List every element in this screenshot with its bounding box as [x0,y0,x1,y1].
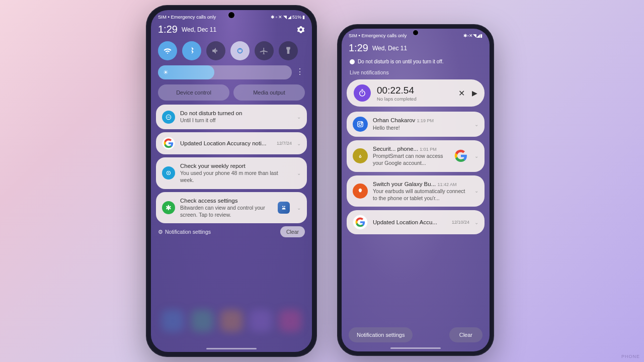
status-icons: ✱▫✕◥◢▮ [463,33,482,38]
notification-time: 12/7/24 [277,141,292,146]
dnd-dot-icon [350,59,355,64]
more-icon[interactable]: ⋮ [296,68,305,77]
clock-row: 1:29 Wed, Dec 11 [151,21,312,38]
brightness-slider[interactable]: ☀ [158,65,292,79]
status-icons: ✱ ▫ ✕ ◥ ◢ 51% ▮ [271,15,305,20]
notification-buds[interactable]: Switch your Galaxy Bu... 11:42 AM Your e… [347,175,485,207]
svg-point-7 [362,122,362,123]
home-indicator[interactable] [390,347,441,349]
clock-row: 1:29 Wed, Dec 11 [342,39,490,57]
notification-subtitle: Until I turn it off [180,117,292,124]
google-icon [454,149,467,162]
sound-toggle[interactable] [206,41,225,60]
airplane-toggle[interactable] [255,41,274,60]
control-pills: Device control Media output [151,83,312,105]
stopwatch-time: 00:22.54 [377,85,452,96]
play-icon[interactable]: ▶ [472,89,477,97]
clock-date: Wed, Dec 11 [182,26,216,33]
wellbeing-icon [162,166,175,179]
battery-icon: ▮ [302,15,305,20]
notification-title: Check access settings [180,197,273,204]
quick-toggles [151,38,312,64]
nfc-icon: ▫ [276,15,277,20]
chevron-down-icon[interactable]: ⌄ [297,170,301,176]
status-carrier: SIM • Emergency calls only [158,14,216,20]
dnd-banner[interactable]: Do not disturb is on until you turn it o… [342,57,490,67]
camera-hole [228,12,234,18]
android-system-icon: ✱ [162,201,175,214]
notification-message[interactable]: Orhan Chakarov 1:19 PM Hello there! ⌄ [347,112,485,137]
notification-title: Switch your Galaxy Bu... 11:42 AM [373,180,469,188]
status-carrier: SIM • Emergency calls only [349,33,407,38]
stopwatch-subtitle: No laps completed [377,96,452,102]
svg-point-3 [168,172,169,173]
chevron-down-icon[interactable]: ⌄ [474,153,478,159]
signal-icon: ◢ [288,15,291,20]
stopwatch-icon [354,84,371,102]
notification-time: 12/10/24 [452,220,469,225]
bottom-actions: ⚙ Notification settings Clear [151,223,312,238]
wifi-toggle[interactable] [158,41,177,60]
camera-hole [413,30,418,35]
chevron-down-icon[interactable]: ⌄ [474,122,478,127]
brightness-icon: ☀ [163,69,169,76]
clear-button[interactable]: Clear [280,226,305,237]
clock-time: 1:29 [158,24,178,35]
chevron-down-icon[interactable]: ⌄ [474,220,478,225]
notification-subtitle: PromptSmart can now access your Google a… [373,153,449,166]
clock-date: Wed, Dec 11 [372,45,407,52]
home-indicator[interactable] [206,348,257,349]
bluetooth-icon: ✱▫✕◥◢▮ [463,33,482,38]
screen-right: SIM • Emergency calls only ✱▫✕◥◢▮ 1:29 W… [342,29,490,351]
clear-button[interactable]: Clear [449,327,482,342]
notification-title: Do not disturb turned on [180,110,292,117]
notification-location[interactable]: Updated Location Accuracy noti... 12/7/2… [156,132,307,154]
bluetooth-icon: ✱ [271,15,275,20]
dnd-text: Do not disturb is on until you turn it o… [358,59,443,64]
google-icon [353,215,368,230]
notification-title: Check your weekly report [180,162,292,169]
notification-subtitle: Hello there! [373,125,469,132]
device-control-button[interactable]: Device control [158,84,229,101]
tips-icon [353,184,368,199]
gear-small-icon: ⚙ [158,229,163,235]
battery-percent: 51% [292,15,301,20]
app-thumbnail [278,202,290,214]
brightness-row: ☀ ⋮ [151,64,312,83]
instagram-icon [353,117,368,132]
chevron-down-icon[interactable]: ⌄ [297,205,301,211]
phone-right: SIM • Emergency calls only ✱▫✕◥◢▮ 1:29 W… [337,24,494,356]
dnd-icon [162,111,175,124]
notification-settings-button[interactable]: Notification settings [349,327,413,342]
notification-location[interactable]: Updated Location Accu... 12/10/24 ⌄ [347,210,485,234]
bluetooth-toggle[interactable] [182,41,201,60]
mute-icon: ✕ [278,15,282,20]
notification-settings-link[interactable]: ⚙ Notification settings [158,229,211,235]
flashlight-toggle[interactable] [279,41,298,60]
notification-list: Do not disturb turned on Until I turn it… [151,105,312,223]
lock-icon [353,148,368,163]
close-icon[interactable]: ✕ [458,88,465,98]
chevron-down-icon[interactable]: ⌄ [474,188,478,194]
notification-subtitle: Bitwarden can view and control your scre… [180,205,273,218]
media-output-button[interactable]: Media output [233,84,305,101]
phone-left: SIM • Emergency calls only ✱ ▫ ✕ ◥ ◢ 51%… [146,5,317,357]
notification-weekly[interactable]: Check your weekly report You used your p… [156,157,307,189]
location-toggle[interactable] [230,41,250,60]
notification-title: Updated Location Accu... [373,219,447,226]
svg-point-8 [359,156,361,158]
google-icon [162,137,175,150]
notification-dnd[interactable]: Do not disturb turned on Until I turn it… [156,105,307,129]
blurred-dock [158,272,305,332]
settings-icon[interactable] [297,26,305,34]
stopwatch-notification[interactable]: 00:22.54 No laps completed ✕ ▶ [347,79,485,107]
screen-left: SIM • Emergency calls only ✱ ▫ ✕ ◥ ◢ 51%… [151,10,312,352]
chevron-down-icon[interactable]: ⌄ [297,114,301,120]
notification-subtitle: You used your phone 48 m more than last … [180,170,292,184]
notification-security[interactable]: Securit... phone... 1:01 PM PromptSmart … [347,140,485,172]
clock-time: 1:29 [349,42,368,54]
notification-title: Updated Location Accuracy noti... [180,140,272,147]
chevron-down-icon[interactable]: ⌄ [297,141,301,146]
notification-access[interactable]: ✱ Check access settings Bitwarden can vi… [156,192,307,224]
wifi-icon: ◥ [283,15,287,20]
